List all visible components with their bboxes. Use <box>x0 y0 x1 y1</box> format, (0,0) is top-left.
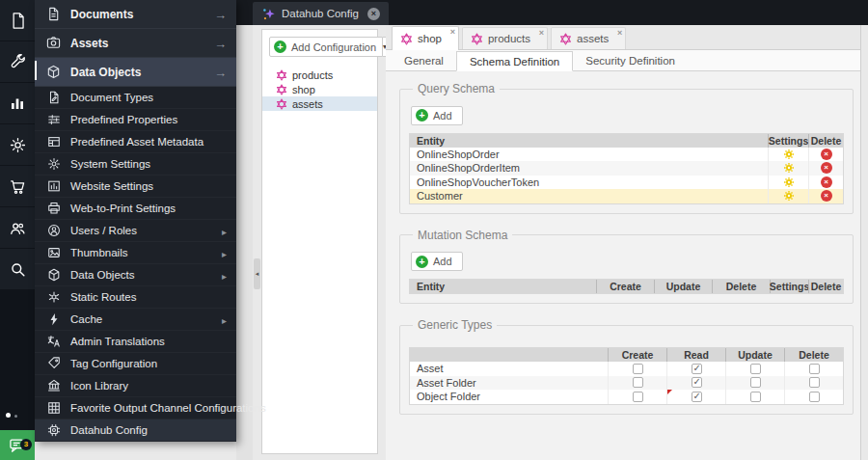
tab-assets[interactable]: assets <box>551 27 626 49</box>
create-cell <box>608 390 666 404</box>
chart-box-icon <box>47 179 61 193</box>
checkbox[interactable] <box>633 392 643 402</box>
tree-item-assets[interactable]: assets <box>262 96 377 111</box>
checkbox[interactable] <box>750 377 761 388</box>
subtab-security-definition[interactable]: Security Definition <box>573 50 688 70</box>
column-settings[interactable]: Settings <box>770 280 808 293</box>
rail-settings-button[interactable] <box>0 124 35 165</box>
menu-item-predefined-asset-metadata[interactable]: Predefined Asset Metadata <box>35 131 236 153</box>
table-row[interactable]: OnlineShopOrderItem <box>410 161 843 176</box>
chat-button[interactable]: 3 <box>0 430 35 460</box>
menu-item-predefined-properties[interactable]: Predefined Properties <box>35 109 236 131</box>
rail-search-button[interactable] <box>0 249 35 289</box>
checkbox[interactable] <box>633 364 643 374</box>
table-row[interactable]: OnlineShopOrder <box>410 148 843 162</box>
menu-item-thumbnails[interactable]: Thumbnails <box>35 242 236 264</box>
tree-item-products[interactable]: products <box>262 68 377 82</box>
update-cell <box>725 376 784 391</box>
delete-icon[interactable] <box>821 190 832 202</box>
settings-gear-icon[interactable] <box>783 176 795 188</box>
menu-item-tag-configuration[interactable]: Tag Configuration <box>35 353 236 375</box>
column-settings[interactable]: Settings <box>768 134 808 148</box>
wrench-icon <box>9 53 27 71</box>
tab-products[interactable]: products <box>462 27 548 49</box>
table-row: Asset Folder <box>410 376 843 391</box>
rail-reports-button[interactable] <box>0 83 35 123</box>
delete-icon[interactable] <box>821 176 832 188</box>
delete-icon[interactable] <box>821 162 832 174</box>
create-cell <box>608 362 666 376</box>
column-delete[interactable]: Delete <box>712 280 770 293</box>
schema-definition-content: Query Schema Add Entity Settings Delete … <box>386 71 860 460</box>
row-delete-cell <box>808 161 843 176</box>
table-row: Asset <box>410 362 843 376</box>
column-update[interactable]: Update <box>725 348 784 362</box>
subtab-schema-definition[interactable]: Schema Definition <box>456 51 573 71</box>
status-dot <box>14 415 17 418</box>
checkbox[interactable] <box>692 377 702 388</box>
close-icon[interactable] <box>450 27 455 37</box>
column-delete-action[interactable]: Delete <box>808 280 843 293</box>
tree-item-shop[interactable]: shop <box>262 82 377 96</box>
menu-item-datahub-config[interactable]: Datahub Config <box>35 419 236 442</box>
tab-shop[interactable]: shop <box>392 26 459 50</box>
column-create[interactable]: Create <box>608 348 666 362</box>
settings-gear-icon[interactable] <box>783 190 795 202</box>
settings-gear-icon[interactable] <box>783 149 795 160</box>
close-icon[interactable] <box>617 28 622 38</box>
rail-documents-button[interactable] <box>0 0 35 41</box>
checkbox[interactable] <box>692 364 702 374</box>
checkbox[interactable] <box>809 364 820 374</box>
accordion-header-documents[interactable]: Documents <box>35 0 236 29</box>
search-icon <box>9 260 27 279</box>
rail-users-button[interactable] <box>0 207 35 248</box>
rail-tools-button[interactable] <box>0 41 35 82</box>
table-row[interactable]: Customer <box>410 189 843 203</box>
collapse-tree-handle[interactable] <box>254 258 260 289</box>
delete-icon[interactable] <box>821 149 832 160</box>
menu-item-favorite-output-channel-configurations[interactable]: Favorite Output Channel Configurations <box>35 397 236 419</box>
datahub-config-window: Add Configuration products shop assets s… <box>253 25 868 460</box>
column-create[interactable]: Create <box>596 280 654 293</box>
checkbox[interactable] <box>692 392 702 402</box>
column-update[interactable]: Update <box>654 280 712 293</box>
menu-item-system-settings[interactable]: System Settings <box>35 153 236 176</box>
accordion-header-data-objects[interactable]: Data Objects <box>35 58 236 87</box>
image-icon <box>47 246 61 259</box>
checkbox[interactable] <box>633 377 643 388</box>
menu-item-document-types[interactable]: Document Types <box>35 87 236 109</box>
mutation-schema-add-button[interactable]: Add <box>411 252 463 271</box>
hexagram-icon <box>559 33 572 45</box>
column-delete[interactable]: Delete <box>784 348 843 362</box>
menu-item-users-roles[interactable]: Users / Roles <box>35 220 236 242</box>
query-schema-add-button[interactable]: Add <box>411 106 463 125</box>
close-icon[interactable] <box>367 8 380 20</box>
add-configuration-button[interactable]: Add Configuration <box>269 37 383 57</box>
menu-item-web-to-print-settings[interactable]: Web-to-Print Settings <box>35 198 236 220</box>
close-icon[interactable] <box>539 28 544 38</box>
datahub-config-window-tab[interactable]: Datahub Config <box>253 2 389 25</box>
menu-item-static-routes[interactable]: Static Routes <box>35 286 236 309</box>
icon-rail: 3 <box>0 0 35 460</box>
column-type <box>410 348 608 362</box>
checkbox[interactable] <box>750 392 761 402</box>
column-delete[interactable]: Delete <box>808 134 843 148</box>
checkbox[interactable] <box>809 377 820 388</box>
menu-item-icon-library[interactable]: Icon Library <box>35 375 236 397</box>
submenu-arrow-icon <box>222 311 227 328</box>
column-entity[interactable]: Entity <box>410 280 596 293</box>
table-row[interactable]: OnlineShopVoucherToken <box>410 176 843 190</box>
column-read[interactable]: Read <box>666 348 725 362</box>
menu-item-data-objects[interactable]: Data Objects <box>35 264 236 286</box>
menu-item-website-settings[interactable]: Website Settings <box>35 176 236 198</box>
subtab-general[interactable]: General <box>392 50 456 70</box>
accordion-header-assets[interactable]: Assets <box>35 29 236 58</box>
column-entity[interactable]: Entity <box>410 134 768 148</box>
menu-item-cache[interactable]: Cache <box>35 309 236 331</box>
settings-gear-icon[interactable] <box>783 162 795 174</box>
checkbox[interactable] <box>809 392 820 402</box>
menu-item-admin-translations[interactable]: Admin Translations <box>35 331 236 353</box>
generic-types-fieldset: Generic Types Create Read Update Delete … <box>399 318 854 415</box>
rail-ecommerce-button[interactable] <box>0 166 35 206</box>
checkbox[interactable] <box>750 364 761 374</box>
